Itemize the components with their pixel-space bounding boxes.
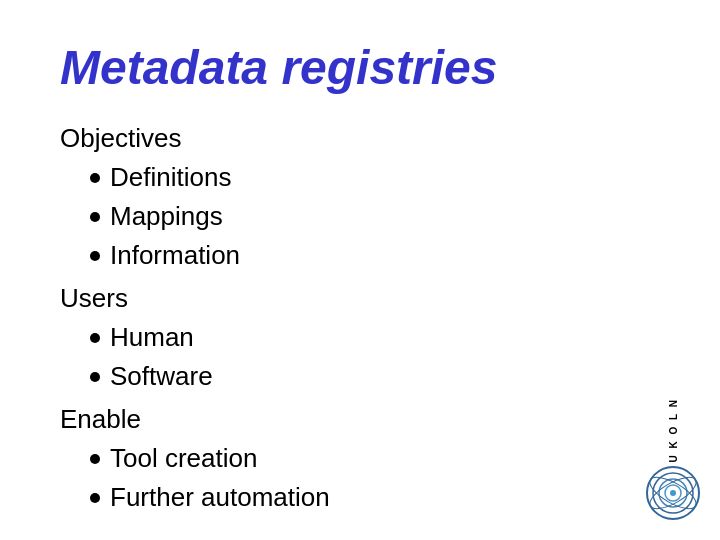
list-item: Mappings xyxy=(90,197,660,236)
list-item: Human xyxy=(90,318,660,357)
logo-area: U K O L N xyxy=(646,398,700,520)
section-users: Users xyxy=(60,283,660,314)
bullet-icon xyxy=(90,212,100,222)
bullet-icon xyxy=(90,173,100,183)
list-item: Software xyxy=(90,357,660,396)
bullet-icon xyxy=(90,333,100,343)
ukln-logo xyxy=(646,466,700,520)
org-label: U K O L N xyxy=(668,398,679,462)
list-item: Further automation xyxy=(90,478,660,517)
slide: Metadata registries Objectives Definitio… xyxy=(0,0,720,540)
slide-title: Metadata registries xyxy=(60,40,660,95)
bullet-icon xyxy=(90,372,100,382)
section-enable: Enable xyxy=(60,404,660,435)
enable-list: Tool creation Further automation xyxy=(90,439,660,517)
bullet-icon xyxy=(90,454,100,464)
users-list: Human Software xyxy=(90,318,660,396)
objectives-list: Definitions Mappings Information xyxy=(90,158,660,275)
svg-point-4 xyxy=(670,490,676,496)
list-item: Information xyxy=(90,236,660,275)
section-objectives: Objectives xyxy=(60,123,660,154)
bullet-icon xyxy=(90,493,100,503)
bullet-icon xyxy=(90,251,100,261)
list-item: Definitions xyxy=(90,158,660,197)
list-item: Tool creation xyxy=(90,439,660,478)
